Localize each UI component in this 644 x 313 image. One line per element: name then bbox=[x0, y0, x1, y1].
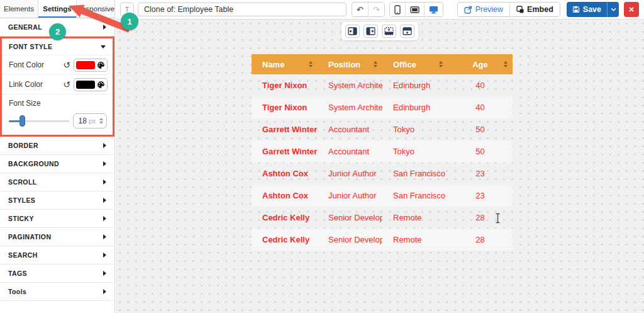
table-header-row: NamePositionOfficeAge bbox=[252, 54, 513, 74]
font-size-slider[interactable] bbox=[9, 115, 70, 127]
table-cell[interactable]: San Francisco bbox=[382, 169, 448, 178]
tab-elements[interactable]: Elements bbox=[0, 0, 38, 18]
tablet-preview-button[interactable] bbox=[406, 3, 425, 16]
table-cell[interactable]: 28 bbox=[448, 235, 513, 244]
table-cell[interactable]: System Architect bbox=[318, 103, 382, 112]
table-row[interactable]: Cedric KellySenior DeveloperRemote28 bbox=[252, 229, 513, 251]
tab-settings[interactable]: Settings bbox=[38, 0, 77, 18]
sort-icon[interactable] bbox=[439, 61, 443, 67]
table-cell[interactable]: 50 bbox=[448, 125, 513, 134]
table-row[interactable]: Cedric KellySenior DeveloperRemote28 bbox=[252, 207, 513, 229]
table-row[interactable]: Tiger NixonSystem ArchitectEdinburgh40 bbox=[252, 96, 513, 118]
font-color-label: Font Color bbox=[9, 60, 44, 69]
table-cell[interactable]: Tokyo bbox=[382, 125, 448, 134]
table-cell[interactable]: Tokyo bbox=[382, 147, 448, 156]
chevron-down-icon bbox=[101, 45, 106, 48]
table-row[interactable]: Ashton CoxJunior AuthorSan Francisco23 bbox=[252, 162, 513, 185]
table-cell[interactable]: 28 bbox=[448, 213, 513, 222]
sidebar-section-pagination[interactable]: PAGINATION bbox=[0, 228, 114, 246]
table-cell[interactable]: Edinburgh bbox=[382, 103, 448, 112]
embed-icon bbox=[516, 6, 524, 13]
table-cell[interactable]: Junior Author bbox=[318, 169, 382, 178]
reset-icon[interactable]: ↺ bbox=[63, 60, 70, 69]
table-cell[interactable]: Remote bbox=[382, 235, 448, 244]
column-header-position[interactable]: Position bbox=[318, 54, 382, 74]
column-header-office[interactable]: Office bbox=[382, 54, 448, 74]
table-row[interactable]: Garrett WintersAccountantTokyo50 bbox=[252, 118, 513, 140]
table-cell[interactable]: Accountant bbox=[318, 147, 382, 156]
table-cell[interactable]: System Architect bbox=[318, 81, 382, 90]
table-cell[interactable]: 40 bbox=[448, 103, 513, 112]
sort-icon[interactable] bbox=[504, 61, 508, 67]
sidebar-section-border[interactable]: BORDER bbox=[0, 137, 114, 155]
table-cell[interactable]: Cedric Kelly bbox=[252, 235, 318, 244]
sort-icon[interactable] bbox=[374, 61, 377, 67]
slider-handle[interactable] bbox=[19, 115, 25, 127]
editor-canvas[interactable]: NamePositionOfficeAge Tiger NixonSystem … bbox=[116, 20, 644, 313]
sidebar-section-tags[interactable]: TAGS bbox=[0, 265, 114, 283]
table-cell[interactable]: 40 bbox=[448, 81, 513, 90]
sidebar-section-sticky[interactable]: STICKY bbox=[0, 210, 114, 228]
font-size-input[interactable]: 18 px bbox=[73, 113, 107, 128]
table-cell[interactable]: Cedric Kelly bbox=[252, 213, 318, 222]
table-cell[interactable]: Senior Developer bbox=[318, 213, 382, 222]
redo-button[interactable]: ↷ bbox=[369, 3, 384, 16]
table-cell[interactable]: Tiger Nixon bbox=[252, 103, 318, 112]
insert-row-below-button[interactable] bbox=[400, 25, 414, 38]
preview-label: Preview bbox=[475, 5, 503, 14]
table-row[interactable]: Ashton CoxJunior AuthorSan Francisco23 bbox=[252, 185, 513, 207]
reset-icon[interactable]: ↺ bbox=[63, 80, 70, 89]
sort-icon[interactable] bbox=[309, 61, 313, 67]
save-icon bbox=[572, 6, 580, 13]
table-cell[interactable]: 50 bbox=[448, 147, 513, 156]
stepper-arrows[interactable] bbox=[99, 118, 103, 124]
table-cell[interactable]: Garrett Winters bbox=[252, 125, 318, 134]
sidebar-section-font-style[interactable]: FONT STYLE bbox=[2, 38, 113, 55]
sidebar-section-tools[interactable]: Tools bbox=[0, 283, 114, 301]
table-cell[interactable]: Ashton Cox bbox=[252, 191, 318, 200]
mobile-preview-button[interactable] bbox=[390, 3, 406, 16]
close-button[interactable]: ✕ bbox=[624, 2, 639, 17]
table-row[interactable]: Garrett WintersAccountantTokyo50 bbox=[252, 140, 513, 162]
sidebar-section-scroll[interactable]: SCROLL bbox=[0, 173, 114, 191]
table-cell[interactable]: 23 bbox=[448, 191, 513, 200]
chevron-right-icon bbox=[103, 143, 106, 148]
desktop-preview-button[interactable] bbox=[425, 3, 443, 16]
table-cell[interactable]: 23 bbox=[448, 169, 513, 178]
tablet-icon bbox=[410, 6, 419, 13]
chevron-right-icon bbox=[103, 161, 106, 166]
table-cell[interactable]: San Francisco bbox=[382, 191, 448, 200]
sidebar-section-background[interactable]: BACKGROUND bbox=[0, 155, 114, 173]
preview-button[interactable]: Preview bbox=[458, 3, 510, 16]
table-cell[interactable]: Senior Developer bbox=[318, 235, 382, 244]
table-cell[interactable]: Tiger Nixon bbox=[252, 81, 318, 90]
table-cell[interactable]: Ashton Cox bbox=[252, 169, 318, 178]
table-cell[interactable]: Edinburgh bbox=[382, 81, 448, 90]
insert-column-left-button[interactable] bbox=[345, 25, 360, 38]
link-color-picker[interactable] bbox=[74, 78, 108, 91]
table-row[interactable]: Tiger NixonSystem ArchitectEdinburgh40 bbox=[252, 74, 513, 96]
save-dropdown-button[interactable] bbox=[607, 2, 619, 17]
font-color-picker[interactable] bbox=[74, 59, 108, 72]
insert-column-right-button[interactable] bbox=[364, 25, 378, 38]
chevron-right-icon bbox=[103, 216, 106, 221]
link-color-row: Link Color ↺ bbox=[2, 74, 113, 94]
section-label: FONT STYLE bbox=[9, 43, 52, 50]
embed-label: Embed bbox=[527, 5, 553, 14]
table-cell[interactable]: Remote bbox=[382, 213, 448, 222]
save-button[interactable]: Save bbox=[567, 2, 607, 17]
undo-button[interactable]: ↶ bbox=[352, 3, 369, 16]
table-title-input[interactable] bbox=[138, 3, 347, 16]
sidebar-section-search[interactable]: SEARCH bbox=[0, 246, 114, 265]
sidebar-section-styles[interactable]: STYLES bbox=[0, 191, 114, 210]
insert-row-above-button[interactable] bbox=[382, 25, 396, 38]
tab-responsive[interactable]: Responsive bbox=[77, 0, 114, 18]
table-cell[interactable]: Garrett Winters bbox=[252, 147, 318, 156]
column-header-age[interactable]: Age bbox=[448, 54, 513, 74]
palette-icon bbox=[97, 81, 105, 89]
embed-button[interactable]: Embed bbox=[510, 3, 560, 16]
column-header-name[interactable]: Name bbox=[252, 54, 318, 74]
palette-icon bbox=[97, 61, 105, 69]
table-cell[interactable]: Accountant bbox=[318, 125, 382, 134]
table-cell[interactable]: Junior Author bbox=[318, 191, 382, 200]
